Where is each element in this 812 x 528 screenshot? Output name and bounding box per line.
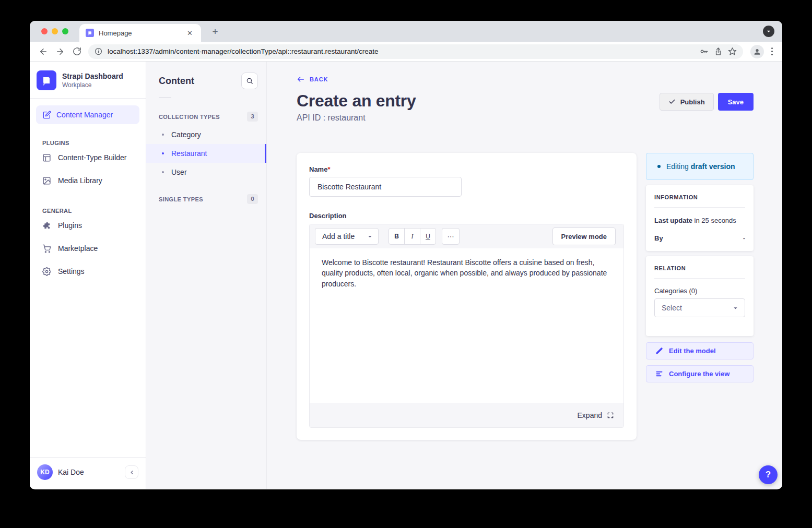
sidebar-item-content-manager[interactable]: Content Manager [36,105,139,124]
new-tab-button[interactable]: + [208,25,222,39]
publish-button[interactable]: Publish [660,93,714,111]
collection-type-category[interactable]: Category [146,125,266,144]
api-id-subtitle: API ID : restaurant [297,113,754,123]
sidebar-item-content-type-builder[interactable]: Content-Type Builder [30,146,146,169]
sidebar-item-label: Content Manager [56,111,113,119]
collection-type-restaurant[interactable]: Restaurant [146,144,266,163]
edit-model-button[interactable]: Edit the model [646,342,754,359]
collection-types-list: Category Restaurant User [146,125,266,182]
collection-type-user[interactable]: User [146,163,266,182]
content-sub-sidebar: Content COLLECTION TYPES 3 Category Rest… [146,62,267,489]
forward-nav-button[interactable] [53,44,67,59]
image-icon [42,176,51,185]
reload-icon [73,47,81,56]
close-tab-icon[interactable]: ✕ [185,28,195,38]
sidebar-item-plugins[interactable]: Plugins [30,214,146,237]
main-content: BACK Create an entry Publish Save API ID… [267,62,782,489]
zoom-window-button[interactable] [62,28,68,34]
page-info-icon[interactable] [95,47,102,55]
single-types-label: SINGLE TYPES [159,196,203,202]
back-arrow-icon [297,75,305,83]
name-input[interactable] [309,177,462,197]
chevron-down-icon [367,234,373,239]
collapse-sidebar-button[interactable] [125,465,138,479]
address-bar[interactable]: localhost:1337/admin/content-manager/col… [88,44,743,59]
sidebar-item-media-library[interactable]: Media Library [30,169,146,192]
preview-mode-button[interactable]: Preview mode [552,227,616,245]
reload-button[interactable] [69,44,84,59]
expand-editor-button[interactable]: Expand [310,403,623,427]
browser-update-chip[interactable] [763,26,774,37]
chevron-down-icon [766,29,771,34]
sidebar-item-settings[interactable]: Settings [30,260,146,283]
password-key-icon[interactable] [700,47,709,56]
browser-menu-button[interactable] [767,47,777,55]
back-nav-button[interactable] [36,44,51,59]
title-style-select[interactable]: Add a title [315,228,379,245]
main-sidebar: Strapi Dashboard Workplace Content Manag… [30,62,146,489]
more-formats-button[interactable]: ⋯ [442,228,460,245]
underline-button[interactable]: U [420,228,436,245]
description-text: Welcome to Biscotte restaurant! Restaura… [322,257,611,289]
url-text[interactable]: localhost:1337/admin/content-manager/col… [108,47,695,55]
categories-select[interactable]: Select [654,298,745,317]
sidebar-item-marketplace[interactable]: Marketplace [30,237,146,260]
bullet-icon [162,152,164,154]
relation-panel: RELATION Categories (0) Select [646,256,754,336]
back-arrow-icon [39,47,48,56]
draft-emphasis: draft version [691,162,735,171]
collection-types-count-badge: 3 [247,112,258,122]
configure-view-label: Configure the view [669,370,729,378]
collection-types-label: COLLECTION TYPES [159,114,220,120]
description-textarea[interactable]: Welcome to Biscotte restaurant! Restaura… [310,248,623,403]
expand-icon [607,412,614,419]
draft-status-banner: Editing draft version [646,153,754,180]
sidebar-item-label: Plugins [58,221,82,230]
categories-select-placeholder: Select [662,304,682,312]
title-style-value: Add a title [322,232,355,241]
expand-label: Expand [578,411,602,419]
workspace-brand[interactable]: Strapi Dashboard Workplace [30,62,146,98]
configure-view-button[interactable]: Configure the view [646,365,754,382]
browser-window: Homepage ✕ + localhost:1337/admin/conten… [30,21,782,489]
collection-types-header: COLLECTION TYPES 3 [146,112,266,122]
sidebar-item-label: Content-Type Builder [58,153,127,162]
minimize-window-button[interactable] [52,28,58,34]
browser-profile-avatar[interactable] [750,45,764,58]
last-update-label: Last update [654,217,692,224]
draft-prefix: Editing [666,162,689,171]
collection-type-label: Category [171,130,201,139]
strapi-favicon-icon [86,29,94,37]
chevron-down-icon [733,305,738,311]
pen-edit-icon [43,111,51,119]
workspace-title: Strapi Dashboard [62,72,123,80]
bookmark-star-icon[interactable] [728,47,737,56]
sub-sidebar-title: Content [159,76,194,87]
puzzle-icon [42,221,51,230]
save-button[interactable]: Save [718,93,754,111]
page-title: Create an entry [297,91,416,111]
italic-button[interactable]: I [404,228,420,245]
sidebar-section-general: GENERAL [30,208,146,214]
bullet-icon [162,171,164,173]
browser-tab-homepage[interactable]: Homepage ✕ [79,24,201,42]
search-button[interactable] [241,73,258,89]
share-icon[interactable] [714,47,723,56]
sub-sidebar-divider [159,97,171,98]
close-window-button[interactable] [41,28,48,34]
draft-status-text: Editing draft version [666,162,735,171]
back-link[interactable]: BACK [297,75,328,83]
description-field-label: Description [309,212,624,220]
collection-type-label: User [171,168,187,176]
required-asterisk: * [327,165,330,173]
relation-title: RELATION [654,265,745,271]
sidebar-divider [30,98,146,99]
bold-button[interactable]: B [389,228,405,245]
back-label: BACK [310,76,328,82]
help-button[interactable]: ? [759,465,778,484]
panel-divider [654,278,745,279]
name-label-text: Name [309,165,327,173]
user-avatar[interactable]: KD [37,464,53,480]
draft-dot-icon [657,165,661,168]
sidebar-item-label: Settings [58,267,85,275]
